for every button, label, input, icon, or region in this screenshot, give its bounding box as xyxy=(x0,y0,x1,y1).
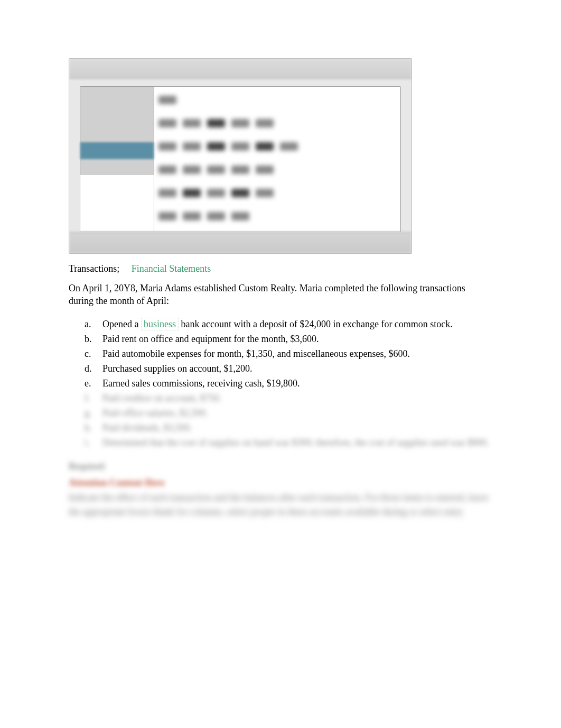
financial-statements-link[interactable]: Financial Statements xyxy=(132,263,211,274)
intro-line: Transactions; Financial Statements xyxy=(69,263,492,274)
list-item-letter: g. xyxy=(85,406,102,420)
list-item-text: Earned sales commissions, receiving cash… xyxy=(102,376,492,390)
list-item-text: Determined that the cost of supplies on … xyxy=(102,436,492,449)
hidden-heading: Attention Content Here xyxy=(69,477,492,489)
business-link[interactable]: business xyxy=(141,318,179,330)
list-item-letter: f. xyxy=(85,391,102,405)
list-item: g.Paid office salaries, $2,500. xyxy=(85,406,492,420)
list-item-text: Paid office salaries, $2,500. xyxy=(102,406,492,420)
list-item: i.Determined that the cost of supplies o… xyxy=(85,436,492,449)
transactions-label: Transactions; xyxy=(69,263,119,274)
list-item: c.Paid automobile expenses for month, $1… xyxy=(85,347,492,361)
required-label: Required: xyxy=(69,461,492,472)
list-item: b.Paid rent on office and equipment for … xyxy=(85,332,492,346)
list-item: f.Paid creditor on account, $750. xyxy=(85,391,492,405)
list-item-letter: e. xyxy=(85,376,102,390)
list-item-text: Paid dividends, $3,500. xyxy=(102,421,492,435)
list-item-text: Purchased supplies on account, $1,200. xyxy=(102,362,492,375)
blurred-screenshot-image xyxy=(69,58,412,254)
list-item-letter: b. xyxy=(85,332,102,346)
list-item-text: Paid creditor on account, $750. xyxy=(102,391,492,405)
list-item: d.Purchased supplies on account, $1,200. xyxy=(85,362,492,375)
list-item: a.Opened a business bank account with a … xyxy=(85,317,492,331)
hidden-body: Indicate the effect of each transaction … xyxy=(69,491,492,519)
document-page: Transactions; Financial Statements On Ap… xyxy=(0,0,561,551)
intro-paragraph: On April 1, 20Y8, Maria Adams establishe… xyxy=(69,282,492,308)
list-item: h.Paid dividends, $3,500. xyxy=(85,421,492,435)
list-item-text: Paid automobile expenses for month, $1,3… xyxy=(102,347,492,361)
list-item-text: Opened a business bank account with a de… xyxy=(102,317,492,331)
list-item-letter: d. xyxy=(85,362,102,375)
list-item-letter: c. xyxy=(85,347,102,361)
list-item: e.Earned sales commissions, receiving ca… xyxy=(85,376,492,390)
list-item-letter: h. xyxy=(85,421,102,435)
list-item-text: Paid rent on office and equipment for th… xyxy=(102,332,492,346)
list-item-letter: a. xyxy=(85,317,102,331)
transaction-list: a.Opened a business bank account with a … xyxy=(69,317,492,450)
list-item-letter: i. xyxy=(85,436,102,449)
